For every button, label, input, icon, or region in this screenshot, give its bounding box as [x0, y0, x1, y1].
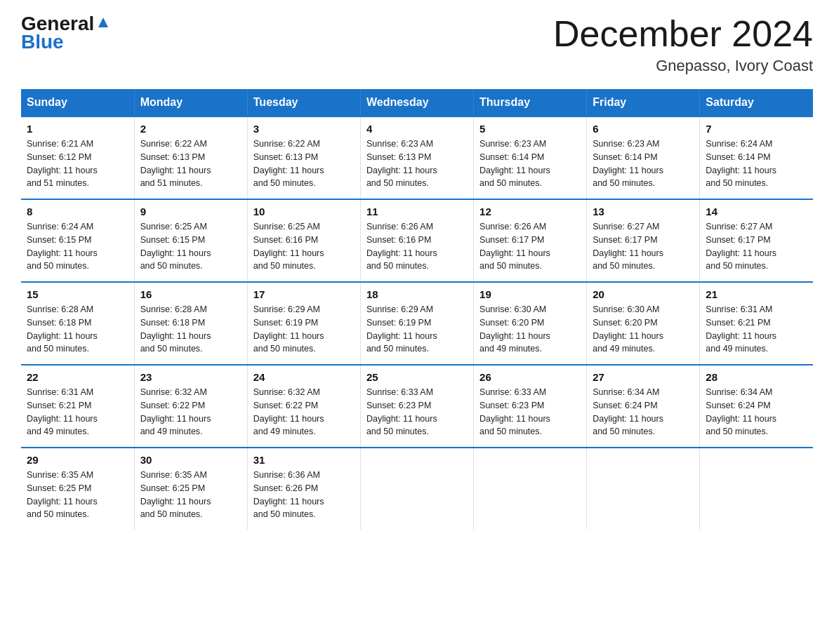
- calendar-cell: [474, 448, 587, 530]
- day-info: Sunrise: 6:33 AMSunset: 6:23 PMDaylight:…: [366, 386, 468, 438]
- calendar-cell: 14Sunrise: 6:27 AMSunset: 6:17 PMDayligh…: [700, 199, 813, 282]
- calendar-cell: 28Sunrise: 6:34 AMSunset: 6:24 PMDayligh…: [700, 365, 813, 448]
- col-friday: Friday: [587, 89, 700, 116]
- day-number: 31: [253, 454, 355, 466]
- calendar-table: Sunday Monday Tuesday Wednesday Thursday…: [21, 89, 813, 530]
- calendar-title: December 2024: [553, 14, 813, 54]
- calendar-cell: 20Sunrise: 6:30 AMSunset: 6:20 PMDayligh…: [587, 282, 700, 365]
- day-number: 1: [27, 123, 128, 135]
- col-sunday: Sunday: [21, 89, 134, 116]
- calendar-cell: 27Sunrise: 6:34 AMSunset: 6:24 PMDayligh…: [587, 365, 700, 448]
- day-number: 18: [366, 288, 468, 300]
- day-info: Sunrise: 6:27 AMSunset: 6:17 PMDaylight:…: [706, 220, 807, 273]
- day-info: Sunrise: 6:29 AMSunset: 6:19 PMDaylight:…: [366, 303, 468, 356]
- day-info: Sunrise: 6:33 AMSunset: 6:23 PMDaylight:…: [479, 386, 581, 438]
- calendar-cell: 19Sunrise: 6:30 AMSunset: 6:20 PMDayligh…: [474, 282, 587, 365]
- col-monday: Monday: [134, 89, 247, 116]
- day-info: Sunrise: 6:30 AMSunset: 6:20 PMDaylight:…: [593, 303, 694, 356]
- day-number: 14: [706, 206, 807, 217]
- day-number: 15: [27, 288, 128, 300]
- day-number: 22: [27, 371, 128, 383]
- calendar-cell: 1Sunrise: 6:21 AMSunset: 6:12 PMDaylight…: [21, 116, 134, 199]
- calendar-week-row: 22Sunrise: 6:31 AMSunset: 6:21 PMDayligh…: [21, 365, 813, 448]
- day-info: Sunrise: 6:25 AMSunset: 6:16 PMDaylight:…: [253, 220, 355, 273]
- day-info: Sunrise: 6:34 AMSunset: 6:24 PMDaylight:…: [706, 386, 807, 438]
- title-block: December 2024 Gnepasso, Ivory Coast: [553, 14, 813, 75]
- day-info: Sunrise: 6:26 AMSunset: 6:17 PMDaylight:…: [479, 220, 581, 273]
- day-info: Sunrise: 6:35 AMSunset: 6:25 PMDaylight:…: [140, 469, 241, 521]
- day-info: Sunrise: 6:36 AMSunset: 6:26 PMDaylight:…: [253, 469, 355, 521]
- logo: General Blue: [21, 14, 111, 53]
- day-info: Sunrise: 6:24 AMSunset: 6:14 PMDaylight:…: [706, 137, 807, 190]
- day-info: Sunrise: 6:30 AMSunset: 6:20 PMDaylight:…: [479, 303, 581, 356]
- day-info: Sunrise: 6:21 AMSunset: 6:12 PMDaylight:…: [27, 137, 128, 190]
- col-wednesday: Wednesday: [360, 89, 473, 116]
- calendar-cell: 16Sunrise: 6:28 AMSunset: 6:18 PMDayligh…: [134, 282, 247, 365]
- calendar-cell: 11Sunrise: 6:26 AMSunset: 6:16 PMDayligh…: [360, 199, 473, 282]
- day-number: 10: [253, 206, 355, 217]
- day-number: 28: [706, 371, 807, 383]
- day-number: 16: [140, 288, 241, 300]
- day-info: Sunrise: 6:27 AMSunset: 6:17 PMDaylight:…: [593, 220, 694, 273]
- calendar-cell: [700, 448, 813, 530]
- calendar-week-row: 8Sunrise: 6:24 AMSunset: 6:15 PMDaylight…: [21, 199, 813, 282]
- day-number: 5: [479, 123, 581, 135]
- calendar-cell: [360, 448, 473, 530]
- calendar-cell: 12Sunrise: 6:26 AMSunset: 6:17 PMDayligh…: [474, 199, 587, 282]
- logo-icon: [95, 15, 111, 30]
- day-number: 3: [253, 123, 355, 135]
- day-info: Sunrise: 6:23 AMSunset: 6:14 PMDaylight:…: [593, 137, 694, 190]
- day-number: 30: [140, 454, 241, 466]
- calendar-cell: 9Sunrise: 6:25 AMSunset: 6:15 PMDaylight…: [134, 199, 247, 282]
- day-info: Sunrise: 6:24 AMSunset: 6:15 PMDaylight:…: [27, 220, 128, 273]
- calendar-cell: 29Sunrise: 6:35 AMSunset: 6:25 PMDayligh…: [21, 448, 134, 530]
- day-number: 19: [479, 288, 581, 300]
- col-saturday: Saturday: [700, 89, 813, 116]
- day-number: 26: [479, 371, 581, 383]
- day-info: Sunrise: 6:22 AMSunset: 6:13 PMDaylight:…: [140, 137, 241, 190]
- day-number: 20: [593, 288, 694, 300]
- calendar-cell: 26Sunrise: 6:33 AMSunset: 6:23 PMDayligh…: [474, 365, 587, 448]
- day-info: Sunrise: 6:26 AMSunset: 6:16 PMDaylight:…: [366, 220, 468, 273]
- day-number: 23: [140, 371, 241, 383]
- day-info: Sunrise: 6:22 AMSunset: 6:13 PMDaylight:…: [253, 137, 355, 190]
- day-info: Sunrise: 6:28 AMSunset: 6:18 PMDaylight:…: [27, 303, 128, 356]
- calendar-cell: 5Sunrise: 6:23 AMSunset: 6:14 PMDaylight…: [474, 116, 587, 199]
- day-info: Sunrise: 6:28 AMSunset: 6:18 PMDaylight:…: [140, 303, 241, 356]
- calendar-cell: 23Sunrise: 6:32 AMSunset: 6:22 PMDayligh…: [134, 365, 247, 448]
- day-number: 6: [593, 123, 694, 135]
- day-number: 21: [706, 288, 807, 300]
- day-number: 24: [253, 371, 355, 383]
- day-info: Sunrise: 6:34 AMSunset: 6:24 PMDaylight:…: [593, 386, 694, 438]
- day-number: 12: [479, 206, 581, 217]
- calendar-cell: 21Sunrise: 6:31 AMSunset: 6:21 PMDayligh…: [700, 282, 813, 365]
- day-number: 2: [140, 123, 241, 135]
- day-number: 25: [366, 371, 468, 383]
- day-number: 29: [27, 454, 128, 466]
- calendar-cell: 17Sunrise: 6:29 AMSunset: 6:19 PMDayligh…: [247, 282, 360, 365]
- day-info: Sunrise: 6:31 AMSunset: 6:21 PMDaylight:…: [706, 303, 807, 356]
- day-info: Sunrise: 6:23 AMSunset: 6:14 PMDaylight:…: [479, 137, 581, 190]
- calendar-cell: 3Sunrise: 6:22 AMSunset: 6:13 PMDaylight…: [247, 116, 360, 199]
- calendar-cell: 30Sunrise: 6:35 AMSunset: 6:25 PMDayligh…: [134, 448, 247, 530]
- calendar-header-row: Sunday Monday Tuesday Wednesday Thursday…: [21, 89, 813, 116]
- calendar-cell: 2Sunrise: 6:22 AMSunset: 6:13 PMDaylight…: [134, 116, 247, 199]
- calendar-cell: 13Sunrise: 6:27 AMSunset: 6:17 PMDayligh…: [587, 199, 700, 282]
- day-number: 27: [593, 371, 694, 383]
- day-number: 9: [140, 206, 241, 217]
- calendar-week-row: 15Sunrise: 6:28 AMSunset: 6:18 PMDayligh…: [21, 282, 813, 365]
- calendar-cell: 22Sunrise: 6:31 AMSunset: 6:21 PMDayligh…: [21, 365, 134, 448]
- calendar-cell: 6Sunrise: 6:23 AMSunset: 6:14 PMDaylight…: [587, 116, 700, 199]
- calendar-cell: 15Sunrise: 6:28 AMSunset: 6:18 PMDayligh…: [21, 282, 134, 365]
- day-info: Sunrise: 6:32 AMSunset: 6:22 PMDaylight:…: [253, 386, 355, 438]
- day-number: 8: [27, 206, 128, 217]
- day-number: 11: [366, 206, 468, 217]
- calendar-cell: [587, 448, 700, 530]
- col-thursday: Thursday: [474, 89, 587, 116]
- svg-marker-0: [98, 18, 108, 27]
- calendar-cell: 25Sunrise: 6:33 AMSunset: 6:23 PMDayligh…: [360, 365, 473, 448]
- calendar-cell: 4Sunrise: 6:23 AMSunset: 6:13 PMDaylight…: [360, 116, 473, 199]
- calendar-cell: 8Sunrise: 6:24 AMSunset: 6:15 PMDaylight…: [21, 199, 134, 282]
- page-header: General Blue December 2024 Gnepasso, Ivo…: [21, 14, 813, 75]
- col-tuesday: Tuesday: [247, 89, 360, 116]
